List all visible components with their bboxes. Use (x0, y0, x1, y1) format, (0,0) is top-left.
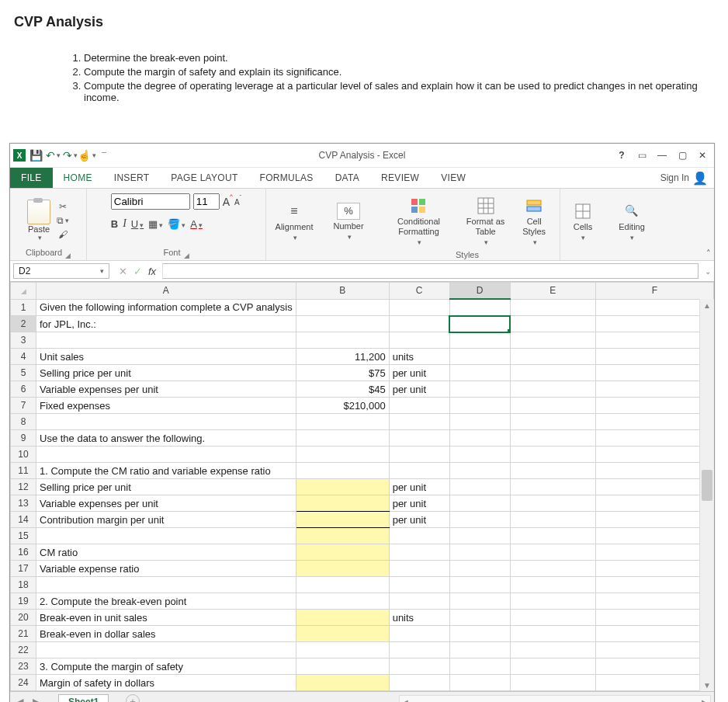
cell[interactable]: Variable expense ratio (36, 561, 296, 577)
row-header[interactable]: 2 (11, 316, 36, 332)
row-header[interactable]: 18 (11, 577, 36, 593)
cell[interactable] (510, 561, 595, 577)
vertical-scrollbar[interactable]: ▲ ▼ (699, 299, 714, 691)
cell[interactable] (389, 447, 449, 463)
cell[interactable] (595, 299, 713, 316)
cell[interactable] (449, 398, 510, 414)
cell[interactable] (510, 316, 595, 332)
cell[interactable]: $45 (296, 381, 389, 398)
cell[interactable] (296, 512, 389, 528)
cell[interactable] (449, 577, 510, 593)
tab-insert[interactable]: INSERT (103, 168, 161, 188)
cell[interactable] (389, 430, 449, 447)
cell[interactable] (389, 414, 449, 430)
borders-icon[interactable]: ▦▾ (148, 218, 163, 230)
italic-button[interactable]: I (123, 217, 127, 230)
row-header[interactable]: 21 (11, 626, 36, 642)
tab-view[interactable]: VIEW (430, 168, 477, 188)
cell[interactable] (510, 414, 595, 430)
cell[interactable] (36, 642, 296, 659)
minimize-icon[interactable]: — (655, 148, 669, 162)
cell[interactable] (449, 512, 510, 528)
cell[interactable] (449, 479, 510, 495)
cell[interactable]: Selling price per unit (36, 479, 296, 495)
cell[interactable] (296, 593, 389, 610)
grow-font-icon[interactable]: A^ (223, 196, 233, 208)
tab-file[interactable]: FILE (10, 168, 53, 188)
row-header[interactable]: 10 (11, 447, 36, 463)
sheet-tab-sheet1[interactable]: Sheet1 (58, 694, 109, 703)
cell[interactable]: $75 (296, 365, 389, 381)
cell[interactable]: Selling price per unit (36, 365, 296, 381)
cell[interactable] (36, 332, 296, 349)
grid-table[interactable]: ◢ A B C D E F 1Given the following infor… (10, 282, 714, 691)
cell[interactable] (296, 299, 389, 316)
cell[interactable] (449, 365, 510, 381)
cell[interactable] (510, 577, 595, 593)
touch-mode-icon[interactable]: ☝▾ (80, 148, 94, 162)
cell[interactable] (36, 447, 296, 463)
cell[interactable]: units (389, 610, 449, 626)
cell[interactable] (296, 332, 389, 349)
row-header[interactable]: 9 (11, 430, 36, 447)
cell[interactable] (510, 610, 595, 626)
cell[interactable] (510, 332, 595, 349)
cell[interactable] (595, 463, 713, 479)
col-header-a[interactable]: A (36, 283, 296, 300)
customize-qat-icon[interactable]: ⎺ (97, 148, 111, 162)
cell[interactable]: per unit (389, 381, 449, 398)
cell[interactable]: Break-even in dollar sales (36, 626, 296, 642)
cell[interactable] (595, 528, 713, 544)
row-header[interactable]: 19 (11, 593, 36, 610)
cell[interactable] (510, 430, 595, 447)
copy-icon[interactable]: ⧉▾ (57, 215, 69, 226)
sign-in-button[interactable]: Sign In 👤 (654, 168, 714, 188)
cell[interactable]: 3. Compute the margin of safety (36, 659, 296, 675)
cell[interactable] (449, 430, 510, 447)
cell[interactable] (510, 365, 595, 381)
cell[interactable] (595, 349, 713, 365)
cell[interactable]: Use the data to answer the following. (36, 430, 296, 447)
close-icon[interactable]: ✕ (695, 148, 709, 162)
format-as-table-button[interactable]: Format as Table▾ (458, 196, 513, 247)
cell[interactable] (510, 659, 595, 675)
cell[interactable] (510, 675, 595, 691)
cell[interactable] (510, 544, 595, 561)
cell[interactable] (595, 659, 713, 675)
row-header[interactable]: 20 (11, 610, 36, 626)
cell[interactable]: units (389, 349, 449, 365)
cell[interactable] (389, 561, 449, 577)
cell[interactable] (449, 414, 510, 430)
editing-button[interactable]: 🔍 Editing ▾ (605, 189, 658, 260)
cell[interactable] (595, 561, 713, 577)
cell[interactable] (449, 447, 510, 463)
row-header[interactable]: 16 (11, 544, 36, 561)
tab-review[interactable]: REVIEW (370, 168, 430, 188)
sheet-list-icon[interactable]: ... (113, 696, 121, 702)
cell[interactable]: Fixed expenses (36, 398, 296, 414)
paste-button[interactable]: Paste ▾ (27, 200, 50, 242)
cell[interactable] (389, 642, 449, 659)
cell[interactable] (449, 610, 510, 626)
cell[interactable] (449, 659, 510, 675)
cell[interactable] (510, 447, 595, 463)
ribbon-options-icon[interactable]: ▭ (635, 148, 649, 162)
cell[interactable] (449, 381, 510, 398)
cell-styles-button[interactable]: Cell Styles▾ (515, 196, 553, 247)
cell[interactable]: Contribution margin per unit (36, 512, 296, 528)
formula-input[interactable] (162, 263, 699, 279)
cell[interactable] (389, 398, 449, 414)
cell[interactable] (36, 414, 296, 430)
cell[interactable] (449, 349, 510, 365)
help-icon[interactable]: ? (615, 148, 629, 162)
undo-icon[interactable]: ↶▾ (46, 148, 60, 162)
cell[interactable] (595, 398, 713, 414)
cell[interactable]: Margin of safety in dollars (36, 675, 296, 691)
cell[interactable] (296, 659, 389, 675)
cell[interactable] (510, 479, 595, 495)
cell[interactable]: Unit sales (36, 349, 296, 365)
cell[interactable]: for JPL, Inc.: (36, 316, 296, 332)
row-header[interactable]: 8 (11, 414, 36, 430)
cell[interactable] (595, 430, 713, 447)
cell[interactable]: per unit (389, 495, 449, 512)
